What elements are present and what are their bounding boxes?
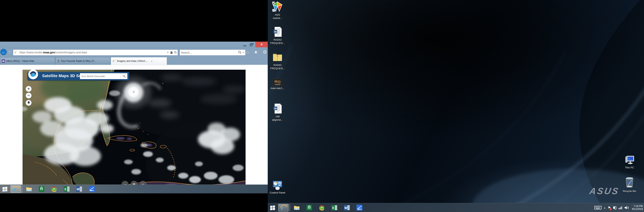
icon-label: FREQUEN... <box>268 67 286 70</box>
taskbar-file-explorer[interactable] <box>26 186 32 192</box>
restore-button[interactable] <box>248 43 254 47</box>
globe-update-icon <box>318 204 325 211</box>
satellite-map[interactable]: Satellite Maps 3D Scene + − <box>22 70 246 193</box>
icon-label: Recycle Bin <box>620 189 638 193</box>
geocoder-search-button[interactable] <box>121 73 128 79</box>
close-button[interactable]: ✕ <box>255 42 268 47</box>
desktop-icon-main-bdc1[interactable]: main-bdc1... <box>268 79 286 90</box>
yahoo-mail-icon <box>2 60 5 63</box>
url-domain: noaa <box>43 51 50 54</box>
desktop-icon-radio-zip[interactable]: RADIO FREQUEN... <box>268 51 286 70</box>
refresh-icon[interactable]: ↻ <box>174 50 177 55</box>
windows-store-icon <box>306 205 312 211</box>
minimize-button[interactable] <box>242 43 247 47</box>
taskbar-updater[interactable] <box>51 186 58 192</box>
search-dropdown-icon[interactable]: ▼ <box>242 51 244 53</box>
search-box[interactable]: ▼ <box>180 50 246 56</box>
word-icon <box>76 186 82 192</box>
taskbar-store[interactable] <box>38 186 45 192</box>
tray-time: 7:18 PM <box>632 205 643 208</box>
geocoder-search[interactable] <box>80 73 128 79</box>
favorites-star-icon[interactable]: ★ <box>254 49 258 55</box>
browser-window: ✕ ← → https://www.nesdis.noaa.gov/conten… <box>0 42 268 193</box>
globe-update-icon <box>51 186 58 192</box>
hidden-icons-chevron[interactable]: ▲ <box>604 207 606 209</box>
desktop-icon-148-alignment[interactable]: 148 alignme... <box>268 103 286 121</box>
home-icon <box>27 101 30 104</box>
back-button[interactable]: ← <box>0 49 7 55</box>
desktop-icon-avg[interactable]: AVG AntiVir... <box>268 1 286 20</box>
geocoder-input[interactable] <box>80 73 121 79</box>
taskbar-store[interactable] <box>306 204 312 211</box>
tab-label: Imagery and Data | NOAA ... <box>117 60 148 62</box>
left-monitor: ✕ ← → https://www.nesdis.noaa.gov/conten… <box>0 0 268 212</box>
taskbar-right-monitor: ▲ ⚑ ✕ 7:18 PM 9/12/2018 <box>268 203 644 212</box>
icon-label: AntiVir... <box>268 17 286 20</box>
satellite-imagery <box>22 70 246 193</box>
taskbar-excel[interactable] <box>331 204 338 211</box>
noaa-logo <box>28 70 38 79</box>
desktop-icon-this-pc[interactable]: This PC <box>620 155 638 169</box>
asus-wallpaper <box>268 0 644 212</box>
browser-toolbar: ← → https://www.nesdis.noaa.gov/content/… <box>0 49 268 57</box>
tab-label: Inbox (4531) - Yahoo Mail <box>6 60 34 62</box>
map-home-button[interactable] <box>26 100 32 106</box>
forward-button[interactable]: → <box>8 50 12 55</box>
url-path: /content/imagery-and-data <box>55 51 87 54</box>
search-icon <box>123 75 126 78</box>
icon-label: Control Panel <box>268 191 286 194</box>
map-zoom-out-button[interactable]: − <box>26 93 32 99</box>
touch-keyboard-icon[interactable] <box>594 206 602 210</box>
taskbar-scan[interactable] <box>356 204 363 211</box>
volume-speaker-icon[interactable] <box>624 206 629 210</box>
lock-icon <box>170 51 173 54</box>
home-icon[interactable]: ⌂ <box>246 49 249 55</box>
taskbar-word[interactable] <box>76 186 82 192</box>
tab-yahoo-mail[interactable]: Inbox (4531) - Yahoo Mail <box>0 57 55 65</box>
scanner-icon <box>88 186 95 192</box>
taskbar-ie-active[interactable] <box>278 204 288 211</box>
search-icon[interactable] <box>238 51 242 54</box>
desktop-icon-radio-doc[interactable]: RADIO FREQUEN... <box>268 26 286 45</box>
icon-label: AVG <box>268 13 286 17</box>
taskbar-scan[interactable] <box>88 186 95 192</box>
taskbar-ie-active[interactable] <box>10 185 21 193</box>
page-content: Satellite Maps 3D Scene + − <box>0 65 268 193</box>
address-bar[interactable]: https://www.nesdis.noaa.gov/content/imag… <box>13 50 178 56</box>
internet-explorer-icon <box>12 186 19 192</box>
tray-date: 9/12/2018 <box>632 208 643 211</box>
tab-bar: Inbox (4531) - Yahoo Mail Your Favorite … <box>0 57 268 65</box>
tab-close-icon[interactable]: × <box>151 60 152 63</box>
search-input[interactable] <box>181 50 230 55</box>
tab-favorite-radio[interactable]: Your Favorite Radio & Why | P... <box>56 57 110 65</box>
settings-gear-icon[interactable]: ⚙ <box>262 49 267 55</box>
excel-icon <box>331 204 338 211</box>
right-monitor: ASUS AVG AntiVir... RADIO FREQUEN... <box>268 0 644 212</box>
taskbar-word[interactable] <box>344 204 350 211</box>
asus-brand-logo: ASUS <box>588 186 620 196</box>
icon-label: main-bdc1... <box>268 87 286 90</box>
control-panel-icon <box>272 180 283 190</box>
taskbar-excel[interactable] <box>63 186 70 192</box>
desktop-icon-control-panel[interactable]: Control Panel <box>268 180 286 194</box>
desktop-icon-recycle-bin[interactable]: Recycle Bin <box>620 177 638 193</box>
start-button[interactable] <box>269 204 276 211</box>
icon-label: 148 <box>268 115 286 118</box>
word-document-icon <box>272 103 283 114</box>
clock[interactable]: 7:18 PM 9/12/2018 <box>632 205 643 211</box>
url-dropdown-icon[interactable]: ▼ <box>167 50 169 55</box>
map-zoom-in-button[interactable]: + <box>26 86 32 92</box>
action-center-flag-icon[interactable]: ⚑ ✕ <box>608 206 611 210</box>
power-battery-icon[interactable] <box>613 206 616 210</box>
taskbar-file-explorer[interactable] <box>294 204 300 211</box>
taskbar-window-edge <box>22 185 22 193</box>
taskbar-updater[interactable] <box>318 204 325 211</box>
icon-label: This PC <box>620 166 638 169</box>
photo-thumbnail-icon <box>273 79 282 86</box>
tab-label: Your Favorite Radio & Why | P... <box>61 60 96 62</box>
tab-imagery-and-data[interactable]: Imagery and Data | NOAA ... × <box>111 57 167 65</box>
icon-label: RADIO <box>268 63 286 67</box>
network-signal-icon[interactable] <box>618 206 622 209</box>
word-icon <box>344 204 350 211</box>
start-button[interactable] <box>2 186 8 192</box>
